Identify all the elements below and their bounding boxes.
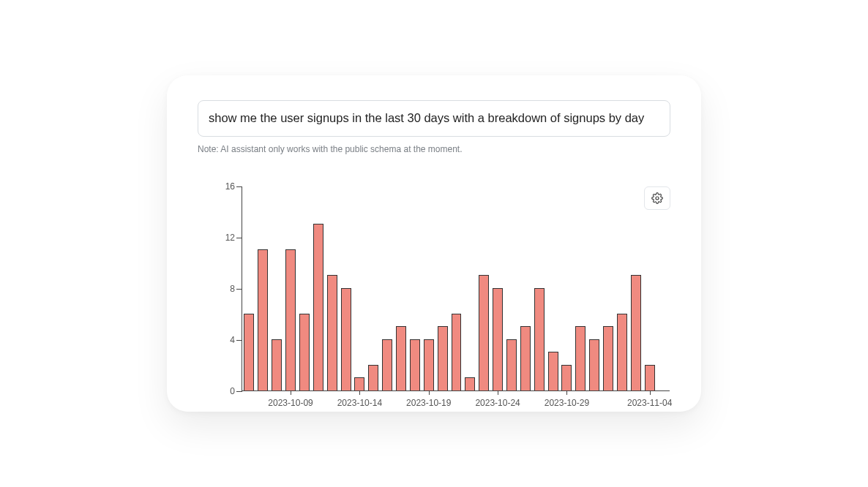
chart-bar bbox=[534, 288, 545, 390]
y-axis-tick bbox=[236, 186, 242, 187]
chart-bar bbox=[272, 339, 282, 390]
y-axis-tick bbox=[236, 391, 242, 392]
chart-bar bbox=[452, 314, 462, 390]
chart-container: 04812162023-10-092023-10-142023-10-19202… bbox=[198, 186, 670, 391]
chart-bar bbox=[493, 288, 503, 390]
x-axis-tick bbox=[359, 390, 360, 395]
y-axis-label: 12 bbox=[217, 233, 235, 243]
chart-plot-area: 04812162023-10-092023-10-142023-10-19202… bbox=[242, 186, 670, 391]
y-axis-label: 4 bbox=[217, 335, 235, 345]
x-axis-tick bbox=[498, 390, 498, 395]
y-axis-label: 16 bbox=[217, 181, 235, 192]
chart-bar bbox=[548, 352, 558, 390]
chart-bar bbox=[631, 275, 641, 390]
chart-bar bbox=[561, 365, 572, 390]
chart-bar bbox=[575, 326, 585, 390]
x-axis-tick bbox=[566, 390, 567, 395]
chart-bar bbox=[382, 339, 392, 390]
x-axis-label: 2023-11-04 bbox=[627, 398, 672, 408]
chart-bar bbox=[299, 314, 310, 390]
x-axis-label: 2023-10-14 bbox=[337, 398, 382, 408]
chart-bar bbox=[424, 339, 434, 390]
chart-bar bbox=[589, 339, 599, 390]
query-input[interactable]: show me the user signups in the last 30 … bbox=[198, 100, 670, 136]
y-axis-tick bbox=[236, 238, 242, 238]
y-axis-tick bbox=[236, 340, 242, 341]
chart-bar bbox=[465, 377, 475, 390]
x-axis-tick bbox=[429, 390, 430, 395]
x-axis-tick bbox=[650, 390, 651, 395]
chart-bar bbox=[285, 249, 296, 390]
chart-bar bbox=[617, 314, 627, 390]
chart-bar bbox=[341, 288, 351, 390]
x-axis-label: 2023-10-24 bbox=[475, 398, 520, 408]
y-axis-tick bbox=[236, 289, 242, 290]
x-axis-tick bbox=[291, 390, 291, 395]
chart-bar bbox=[438, 326, 448, 390]
chart-bar bbox=[506, 339, 517, 390]
chart-bar bbox=[410, 339, 420, 390]
chart-bar bbox=[479, 275, 489, 390]
chart-card: show me the user signups in the last 30 … bbox=[167, 75, 701, 411]
chart-bar bbox=[258, 249, 268, 390]
chart-bar bbox=[354, 377, 364, 390]
chart-bar bbox=[368, 365, 378, 390]
chart-bar bbox=[327, 275, 337, 390]
chart-bar bbox=[645, 365, 655, 390]
y-axis-label: 0 bbox=[217, 386, 235, 396]
x-axis-label: 2023-10-19 bbox=[406, 398, 451, 408]
chart-bar bbox=[603, 326, 613, 390]
chart-bar bbox=[244, 314, 254, 390]
x-axis-label: 2023-10-29 bbox=[545, 398, 589, 408]
chart-bar bbox=[313, 224, 323, 390]
chart-bar bbox=[520, 326, 531, 390]
chart-bar bbox=[396, 326, 406, 390]
x-axis-label: 2023-10-09 bbox=[268, 398, 313, 408]
y-axis-label: 8 bbox=[217, 284, 235, 294]
assistant-note: Note: AI assistant only works with the p… bbox=[198, 144, 670, 154]
